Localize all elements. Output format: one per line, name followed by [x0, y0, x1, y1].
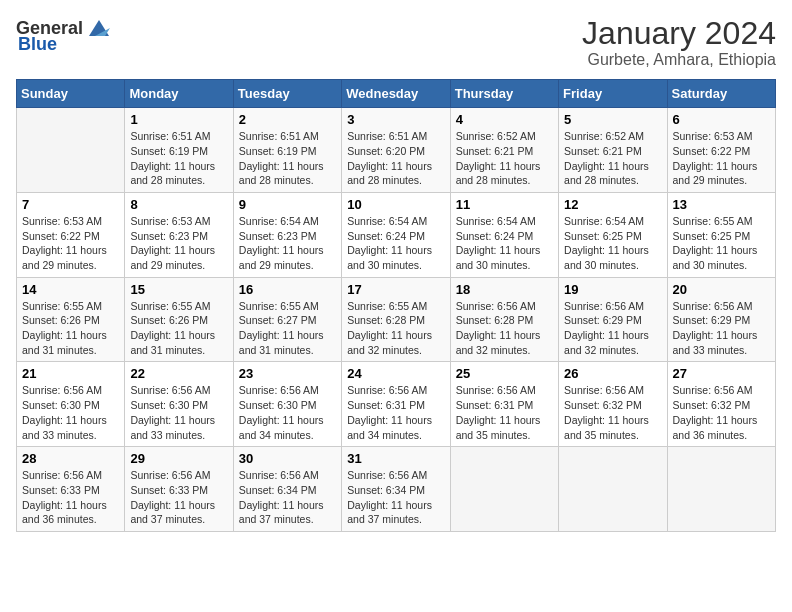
calendar-cell: 9Sunrise: 6:54 AM Sunset: 6:23 PM Daylig…: [233, 192, 341, 277]
calendar-cell: 28Sunrise: 6:56 AM Sunset: 6:33 PM Dayli…: [17, 447, 125, 532]
day-number: 25: [456, 366, 553, 381]
day-of-week-header: Thursday: [450, 80, 558, 108]
day-info: Sunrise: 6:56 AM Sunset: 6:30 PM Dayligh…: [239, 383, 336, 442]
day-number: 26: [564, 366, 661, 381]
calendar-cell: 17Sunrise: 6:55 AM Sunset: 6:28 PM Dayli…: [342, 277, 450, 362]
logo-blue-text: Blue: [18, 34, 57, 55]
day-number: 4: [456, 112, 553, 127]
day-info: Sunrise: 6:55 AM Sunset: 6:27 PM Dayligh…: [239, 299, 336, 358]
calendar-cell: 11Sunrise: 6:54 AM Sunset: 6:24 PM Dayli…: [450, 192, 558, 277]
calendar-cell: 27Sunrise: 6:56 AM Sunset: 6:32 PM Dayli…: [667, 362, 775, 447]
day-info: Sunrise: 6:53 AM Sunset: 6:22 PM Dayligh…: [22, 214, 119, 273]
day-info: Sunrise: 6:56 AM Sunset: 6:29 PM Dayligh…: [564, 299, 661, 358]
calendar-title-block: January 2024 Gurbete, Amhara, Ethiopia: [582, 16, 776, 69]
day-info: Sunrise: 6:53 AM Sunset: 6:23 PM Dayligh…: [130, 214, 227, 273]
day-of-week-header: Wednesday: [342, 80, 450, 108]
page-header: General Blue January 2024 Gurbete, Amhar…: [16, 16, 776, 69]
day-number: 27: [673, 366, 770, 381]
calendar-cell: 22Sunrise: 6:56 AM Sunset: 6:30 PM Dayli…: [125, 362, 233, 447]
calendar-cell: 24Sunrise: 6:56 AM Sunset: 6:31 PM Dayli…: [342, 362, 450, 447]
day-number: 10: [347, 197, 444, 212]
day-info: Sunrise: 6:56 AM Sunset: 6:28 PM Dayligh…: [456, 299, 553, 358]
day-number: 31: [347, 451, 444, 466]
day-info: Sunrise: 6:51 AM Sunset: 6:20 PM Dayligh…: [347, 129, 444, 188]
calendar-cell: 30Sunrise: 6:56 AM Sunset: 6:34 PM Dayli…: [233, 447, 341, 532]
day-of-week-header: Monday: [125, 80, 233, 108]
calendar-cell: 23Sunrise: 6:56 AM Sunset: 6:30 PM Dayli…: [233, 362, 341, 447]
day-of-week-header: Sunday: [17, 80, 125, 108]
calendar-cell: [17, 108, 125, 193]
day-number: 28: [22, 451, 119, 466]
calendar-cell: [450, 447, 558, 532]
calendar-cell: 19Sunrise: 6:56 AM Sunset: 6:29 PM Dayli…: [559, 277, 667, 362]
calendar-cell: 12Sunrise: 6:54 AM Sunset: 6:25 PM Dayli…: [559, 192, 667, 277]
day-number: 2: [239, 112, 336, 127]
day-info: Sunrise: 6:54 AM Sunset: 6:24 PM Dayligh…: [347, 214, 444, 273]
day-info: Sunrise: 6:51 AM Sunset: 6:19 PM Dayligh…: [130, 129, 227, 188]
day-number: 11: [456, 197, 553, 212]
day-info: Sunrise: 6:56 AM Sunset: 6:30 PM Dayligh…: [130, 383, 227, 442]
day-info: Sunrise: 6:56 AM Sunset: 6:33 PM Dayligh…: [22, 468, 119, 527]
day-of-week-header: Friday: [559, 80, 667, 108]
calendar-cell: 18Sunrise: 6:56 AM Sunset: 6:28 PM Dayli…: [450, 277, 558, 362]
calendar-cell: 16Sunrise: 6:55 AM Sunset: 6:27 PM Dayli…: [233, 277, 341, 362]
day-number: 9: [239, 197, 336, 212]
calendar-cell: 21Sunrise: 6:56 AM Sunset: 6:30 PM Dayli…: [17, 362, 125, 447]
calendar-cell: 4Sunrise: 6:52 AM Sunset: 6:21 PM Daylig…: [450, 108, 558, 193]
calendar-cell: 29Sunrise: 6:56 AM Sunset: 6:33 PM Dayli…: [125, 447, 233, 532]
day-info: Sunrise: 6:55 AM Sunset: 6:28 PM Dayligh…: [347, 299, 444, 358]
day-number: 21: [22, 366, 119, 381]
day-number: 7: [22, 197, 119, 212]
day-number: 13: [673, 197, 770, 212]
logo-icon: [85, 16, 113, 40]
calendar-cell: [667, 447, 775, 532]
calendar-table: SundayMondayTuesdayWednesdayThursdayFrid…: [16, 79, 776, 532]
calendar-cell: 6Sunrise: 6:53 AM Sunset: 6:22 PM Daylig…: [667, 108, 775, 193]
day-info: Sunrise: 6:56 AM Sunset: 6:31 PM Dayligh…: [347, 383, 444, 442]
day-info: Sunrise: 6:56 AM Sunset: 6:29 PM Dayligh…: [673, 299, 770, 358]
day-number: 8: [130, 197, 227, 212]
day-number: 24: [347, 366, 444, 381]
day-info: Sunrise: 6:52 AM Sunset: 6:21 PM Dayligh…: [564, 129, 661, 188]
day-info: Sunrise: 6:56 AM Sunset: 6:31 PM Dayligh…: [456, 383, 553, 442]
day-number: 30: [239, 451, 336, 466]
day-info: Sunrise: 6:55 AM Sunset: 6:26 PM Dayligh…: [22, 299, 119, 358]
day-info: Sunrise: 6:56 AM Sunset: 6:33 PM Dayligh…: [130, 468, 227, 527]
calendar-cell: 10Sunrise: 6:54 AM Sunset: 6:24 PM Dayli…: [342, 192, 450, 277]
day-number: 15: [130, 282, 227, 297]
day-info: Sunrise: 6:56 AM Sunset: 6:34 PM Dayligh…: [239, 468, 336, 527]
day-info: Sunrise: 6:56 AM Sunset: 6:32 PM Dayligh…: [564, 383, 661, 442]
calendar-cell: 14Sunrise: 6:55 AM Sunset: 6:26 PM Dayli…: [17, 277, 125, 362]
logo: General Blue: [16, 16, 113, 55]
day-number: 14: [22, 282, 119, 297]
day-number: 18: [456, 282, 553, 297]
calendar-cell: 25Sunrise: 6:56 AM Sunset: 6:31 PM Dayli…: [450, 362, 558, 447]
day-info: Sunrise: 6:51 AM Sunset: 6:19 PM Dayligh…: [239, 129, 336, 188]
day-info: Sunrise: 6:54 AM Sunset: 6:23 PM Dayligh…: [239, 214, 336, 273]
calendar-cell: 13Sunrise: 6:55 AM Sunset: 6:25 PM Dayli…: [667, 192, 775, 277]
calendar-cell: 5Sunrise: 6:52 AM Sunset: 6:21 PM Daylig…: [559, 108, 667, 193]
day-number: 12: [564, 197, 661, 212]
calendar-cell: 2Sunrise: 6:51 AM Sunset: 6:19 PM Daylig…: [233, 108, 341, 193]
calendar-title: January 2024: [582, 16, 776, 51]
day-number: 19: [564, 282, 661, 297]
day-info: Sunrise: 6:52 AM Sunset: 6:21 PM Dayligh…: [456, 129, 553, 188]
day-info: Sunrise: 6:56 AM Sunset: 6:32 PM Dayligh…: [673, 383, 770, 442]
day-info: Sunrise: 6:54 AM Sunset: 6:25 PM Dayligh…: [564, 214, 661, 273]
day-of-week-header: Saturday: [667, 80, 775, 108]
day-number: 3: [347, 112, 444, 127]
day-number: 17: [347, 282, 444, 297]
calendar-cell: 7Sunrise: 6:53 AM Sunset: 6:22 PM Daylig…: [17, 192, 125, 277]
calendar-cell: 1Sunrise: 6:51 AM Sunset: 6:19 PM Daylig…: [125, 108, 233, 193]
calendar-cell: 20Sunrise: 6:56 AM Sunset: 6:29 PM Dayli…: [667, 277, 775, 362]
day-info: Sunrise: 6:55 AM Sunset: 6:26 PM Dayligh…: [130, 299, 227, 358]
day-info: Sunrise: 6:56 AM Sunset: 6:30 PM Dayligh…: [22, 383, 119, 442]
calendar-cell: 8Sunrise: 6:53 AM Sunset: 6:23 PM Daylig…: [125, 192, 233, 277]
day-number: 29: [130, 451, 227, 466]
day-number: 23: [239, 366, 336, 381]
calendar-subtitle: Gurbete, Amhara, Ethiopia: [582, 51, 776, 69]
calendar-cell: 26Sunrise: 6:56 AM Sunset: 6:32 PM Dayli…: [559, 362, 667, 447]
day-info: Sunrise: 6:53 AM Sunset: 6:22 PM Dayligh…: [673, 129, 770, 188]
day-number: 22: [130, 366, 227, 381]
calendar-cell: 31Sunrise: 6:56 AM Sunset: 6:34 PM Dayli…: [342, 447, 450, 532]
